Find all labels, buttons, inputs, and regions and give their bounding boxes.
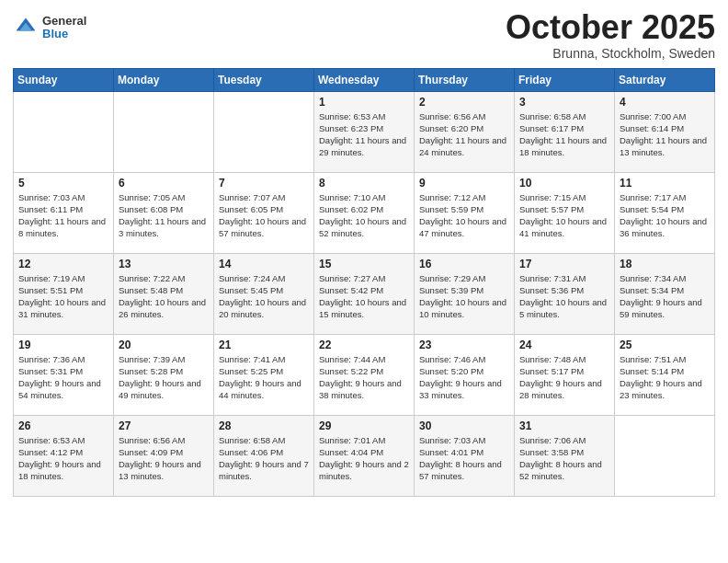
day-cell: 3Sunrise: 6:58 AMSunset: 6:17 PMDaylight… — [515, 91, 615, 172]
day-info: Sunrise: 7:07 AMSunset: 6:05 PMDaylight:… — [219, 191, 309, 240]
month-title: October 2025 — [506, 9, 715, 46]
day-cell: 17Sunrise: 7:31 AMSunset: 5:36 PMDayligh… — [515, 253, 615, 334]
day-info: Sunrise: 7:34 AMSunset: 5:34 PMDaylight:… — [620, 272, 710, 321]
day-info: Sunrise: 7:46 AMSunset: 5:20 PMDaylight:… — [419, 353, 509, 402]
weekday-header-tuesday: Tuesday — [214, 68, 314, 91]
day-number: 5 — [18, 177, 108, 190]
day-info: Sunrise: 7:41 AMSunset: 5:25 PMDaylight:… — [219, 353, 309, 402]
day-info: Sunrise: 6:53 AMSunset: 4:12 PMDaylight:… — [18, 434, 108, 483]
day-number: 24 — [519, 339, 609, 351]
week-row-1: 1Sunrise: 6:53 AMSunset: 6:23 PMDaylight… — [14, 91, 715, 172]
week-row-2: 5Sunrise: 7:03 AMSunset: 6:11 PMDaylight… — [14, 172, 715, 253]
day-cell: 22Sunrise: 7:44 AMSunset: 5:22 PMDayligh… — [314, 334, 415, 415]
day-info: Sunrise: 7:17 AMSunset: 5:54 PMDaylight:… — [620, 191, 710, 240]
week-row-3: 12Sunrise: 7:19 AMSunset: 5:51 PMDayligh… — [14, 253, 715, 334]
day-cell: 7Sunrise: 7:07 AMSunset: 6:05 PMDaylight… — [214, 172, 314, 253]
day-number: 9 — [419, 177, 509, 190]
day-cell: 27Sunrise: 6:56 AMSunset: 4:09 PMDayligh… — [114, 415, 214, 496]
day-info: Sunrise: 7:44 AMSunset: 5:22 PMDaylight:… — [319, 353, 409, 402]
day-cell — [615, 415, 715, 496]
calendar-body: 1Sunrise: 6:53 AMSunset: 6:23 PMDaylight… — [14, 91, 715, 496]
day-info: Sunrise: 7:10 AMSunset: 6:02 PMDaylight:… — [319, 191, 409, 240]
day-info: Sunrise: 7:12 AMSunset: 5:59 PMDaylight:… — [419, 191, 509, 240]
weekday-row: SundayMondayTuesdayWednesdayThursdayFrid… — [14, 68, 715, 91]
day-cell: 29Sunrise: 7:01 AMSunset: 4:04 PMDayligh… — [314, 415, 415, 496]
day-number: 27 — [119, 419, 209, 432]
day-cell: 20Sunrise: 7:39 AMSunset: 5:28 PMDayligh… — [114, 334, 214, 415]
weekday-header-wednesday: Wednesday — [314, 68, 415, 91]
day-number: 23 — [419, 339, 509, 351]
calendar-header: SundayMondayTuesdayWednesdayThursdayFrid… — [14, 68, 715, 91]
weekday-header-saturday: Saturday — [615, 68, 715, 91]
day-cell: 8Sunrise: 7:10 AMSunset: 6:02 PMDaylight… — [314, 172, 415, 253]
day-info: Sunrise: 6:56 AMSunset: 6:20 PMDaylight:… — [419, 110, 509, 159]
day-number: 30 — [419, 419, 509, 432]
day-info: Sunrise: 7:03 AMSunset: 6:11 PMDaylight:… — [18, 191, 108, 240]
day-number: 19 — [18, 339, 108, 351]
logo: General Blue — [13, 15, 86, 41]
day-cell: 10Sunrise: 7:15 AMSunset: 5:57 PMDayligh… — [515, 172, 615, 253]
day-cell: 11Sunrise: 7:17 AMSunset: 5:54 PMDayligh… — [615, 172, 715, 253]
day-cell: 23Sunrise: 7:46 AMSunset: 5:20 PMDayligh… — [415, 334, 515, 415]
day-info: Sunrise: 6:53 AMSunset: 6:23 PMDaylight:… — [319, 110, 409, 159]
day-cell — [114, 91, 214, 172]
day-cell: 2Sunrise: 6:56 AMSunset: 6:20 PMDaylight… — [415, 91, 515, 172]
day-cell: 5Sunrise: 7:03 AMSunset: 6:11 PMDaylight… — [14, 172, 114, 253]
day-cell: 6Sunrise: 7:05 AMSunset: 6:08 PMDaylight… — [114, 172, 214, 253]
day-info: Sunrise: 6:56 AMSunset: 4:09 PMDaylight:… — [119, 434, 209, 483]
day-cell: 13Sunrise: 7:22 AMSunset: 5:48 PMDayligh… — [114, 253, 214, 334]
week-row-5: 26Sunrise: 6:53 AMSunset: 4:12 PMDayligh… — [14, 415, 715, 496]
day-number: 14 — [219, 258, 309, 270]
weekday-header-sunday: Sunday — [14, 68, 114, 91]
day-cell: 12Sunrise: 7:19 AMSunset: 5:51 PMDayligh… — [14, 253, 114, 334]
day-cell: 9Sunrise: 7:12 AMSunset: 5:59 PMDaylight… — [415, 172, 515, 253]
day-info: Sunrise: 7:19 AMSunset: 5:51 PMDaylight:… — [18, 272, 108, 321]
day-cell: 28Sunrise: 6:58 AMSunset: 4:06 PMDayligh… — [214, 415, 314, 496]
weekday-header-friday: Friday — [515, 68, 615, 91]
day-number: 29 — [319, 419, 409, 432]
day-cell: 19Sunrise: 7:36 AMSunset: 5:31 PMDayligh… — [14, 334, 114, 415]
day-info: Sunrise: 7:31 AMSunset: 5:36 PMDaylight:… — [519, 272, 609, 321]
day-number: 6 — [119, 177, 209, 190]
day-cell: 16Sunrise: 7:29 AMSunset: 5:39 PMDayligh… — [415, 253, 515, 334]
day-info: Sunrise: 7:15 AMSunset: 5:57 PMDaylight:… — [519, 191, 609, 240]
day-number: 4 — [620, 96, 710, 109]
day-info: Sunrise: 7:24 AMSunset: 5:45 PMDaylight:… — [219, 272, 309, 321]
day-info: Sunrise: 7:03 AMSunset: 4:01 PMDaylight:… — [419, 434, 509, 483]
day-cell: 21Sunrise: 7:41 AMSunset: 5:25 PMDayligh… — [214, 334, 314, 415]
day-info: Sunrise: 6:58 AMSunset: 4:06 PMDaylight:… — [219, 434, 309, 483]
day-info: Sunrise: 7:51 AMSunset: 5:14 PMDaylight:… — [620, 353, 710, 402]
calendar-container: General Blue October 2025 Brunna, Stockh… — [0, 0, 728, 506]
weekday-header-thursday: Thursday — [415, 68, 515, 91]
day-info: Sunrise: 7:06 AMSunset: 3:58 PMDaylight:… — [519, 434, 609, 483]
day-number: 13 — [119, 258, 209, 270]
day-number: 25 — [620, 339, 710, 351]
day-info: Sunrise: 7:39 AMSunset: 5:28 PMDaylight:… — [119, 353, 209, 402]
day-number: 17 — [519, 258, 609, 270]
day-number: 21 — [219, 339, 309, 351]
day-cell: 4Sunrise: 7:00 AMSunset: 6:14 PMDaylight… — [615, 91, 715, 172]
day-number: 7 — [219, 177, 309, 190]
day-number: 10 — [519, 177, 609, 190]
day-number: 8 — [319, 177, 409, 190]
day-number: 20 — [119, 339, 209, 351]
day-info: Sunrise: 7:27 AMSunset: 5:42 PMDaylight:… — [319, 272, 409, 321]
day-info: Sunrise: 6:58 AMSunset: 6:17 PMDaylight:… — [519, 110, 609, 159]
day-info: Sunrise: 7:48 AMSunset: 5:17 PMDaylight:… — [519, 353, 609, 402]
day-cell: 25Sunrise: 7:51 AMSunset: 5:14 PMDayligh… — [615, 334, 715, 415]
day-info: Sunrise: 7:22 AMSunset: 5:48 PMDaylight:… — [119, 272, 209, 321]
logo-icon — [13, 15, 39, 40]
day-info: Sunrise: 7:00 AMSunset: 6:14 PMDaylight:… — [620, 110, 710, 159]
day-info: Sunrise: 7:36 AMSunset: 5:31 PMDaylight:… — [18, 353, 108, 402]
day-number: 15 — [319, 258, 409, 270]
day-cell — [214, 91, 314, 172]
location: Brunna, Stockholm, Sweden — [506, 46, 715, 61]
day-number: 16 — [419, 258, 509, 270]
day-number: 1 — [319, 96, 409, 109]
day-number: 31 — [519, 419, 609, 432]
day-number: 2 — [419, 96, 509, 109]
day-info: Sunrise: 7:01 AMSunset: 4:04 PMDaylight:… — [319, 434, 409, 483]
day-cell: 31Sunrise: 7:06 AMSunset: 3:58 PMDayligh… — [515, 415, 615, 496]
day-cell: 15Sunrise: 7:27 AMSunset: 5:42 PMDayligh… — [314, 253, 415, 334]
day-cell: 24Sunrise: 7:48 AMSunset: 5:17 PMDayligh… — [515, 334, 615, 415]
